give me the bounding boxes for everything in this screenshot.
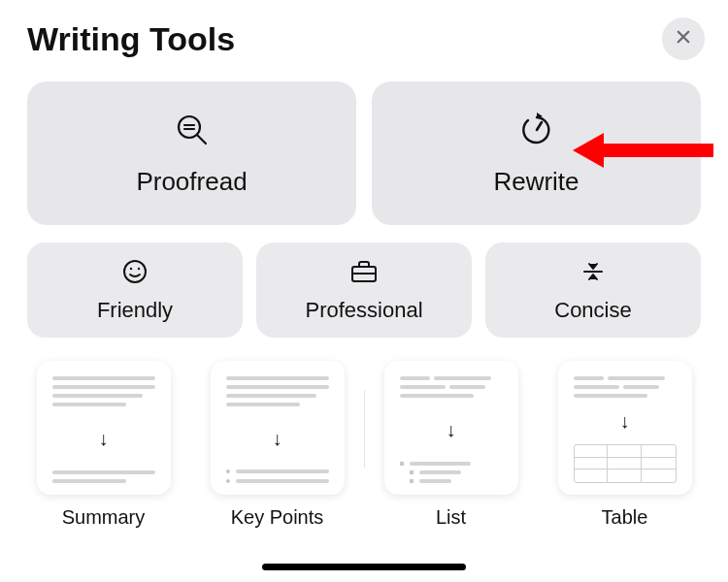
primary-actions-row: Proofread Rewrite — [27, 81, 701, 225]
writing-tools-panel: Writing Tools Proofread — [0, 0, 728, 529]
svg-line-3 — [197, 135, 206, 144]
proofread-button[interactable]: Proofread — [27, 81, 356, 225]
summary-preview: ↓ — [37, 361, 171, 495]
arrow-down-icon: ↓ — [400, 420, 503, 439]
friendly-button[interactable]: Friendly — [27, 242, 243, 338]
rewrite-button[interactable]: Rewrite — [372, 81, 701, 225]
svg-point-7 — [124, 261, 146, 282]
summary-card[interactable]: ↓ Summary — [27, 361, 180, 529]
table-icon — [574, 444, 677, 483]
list-card[interactable]: ↓ List — [375, 361, 527, 529]
briefcase-icon — [348, 257, 380, 290]
close-icon — [675, 28, 692, 49]
table-label: Table — [602, 506, 648, 529]
close-button[interactable] — [662, 17, 705, 60]
professional-label: Professional — [305, 298, 422, 323]
collapse-icon — [579, 257, 608, 290]
rewrite-cycle-icon — [517, 111, 556, 153]
keypoints-preview: ↓ — [211, 361, 345, 495]
panel-header: Writing Tools — [27, 17, 701, 60]
professional-button[interactable]: Professional — [256, 242, 472, 338]
arrow-down-icon: ↓ — [226, 429, 329, 448]
concise-button[interactable]: Concise — [485, 242, 701, 338]
panel-title: Writing Tools — [27, 20, 235, 58]
keypoints-label: Key Points — [231, 506, 324, 529]
rewrite-label: Rewrite — [493, 167, 579, 197]
friendly-label: Friendly — [97, 298, 173, 323]
magnify-equal-icon — [173, 111, 212, 153]
arrow-down-icon: ↓ — [574, 411, 677, 431]
svg-point-9 — [138, 268, 140, 270]
format-cards-row: ↓ Summary ↓ Key Points — [27, 361, 701, 529]
list-preview: ↓ — [384, 361, 518, 495]
svg-line-6 — [537, 122, 542, 130]
list-label: List — [436, 506, 466, 529]
proofread-label: Proofread — [136, 167, 247, 197]
table-preview: ↓ — [558, 361, 692, 495]
keypoints-card[interactable]: ↓ Key Points — [201, 361, 353, 529]
table-card[interactable]: ↓ Table — [548, 361, 701, 529]
cards-separator — [364, 390, 365, 468]
tone-actions-row: Friendly Professional Concise — [27, 242, 701, 338]
smile-icon — [120, 257, 149, 290]
arrow-down-icon: ↓ — [52, 429, 155, 448]
concise-label: Concise — [554, 298, 631, 323]
svg-point-8 — [130, 268, 132, 270]
home-indicator — [262, 564, 466, 570]
summary-label: Summary — [62, 506, 146, 529]
